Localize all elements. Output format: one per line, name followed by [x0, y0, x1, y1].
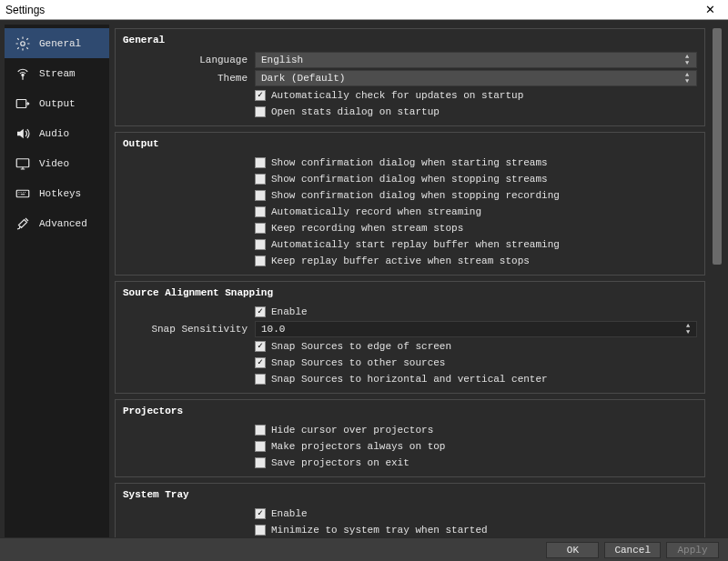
select-value: English	[261, 55, 303, 65]
chevron-updown-icon: ▲▼	[680, 71, 694, 85]
group-title: General	[123, 33, 697, 51]
check-label: Automatically record when streaming	[271, 206, 481, 217]
check-snapping-enable[interactable]: ✓Enable	[255, 305, 308, 319]
check-label: Snap Sources to edge of screen	[271, 341, 451, 352]
group-title: Source Alignment Snapping	[123, 286, 697, 304]
check-keep-replay[interactable]: ✓Keep replay buffer active when stream s…	[255, 254, 530, 268]
sidebar-item-label: Stream	[39, 68, 76, 79]
check-confirm-start-stream[interactable]: ✓Show confirmation dialog when starting …	[255, 155, 548, 170]
check-label: Enable	[271, 306, 308, 317]
sidebar: General Stream Output Audio Video Hotkey…	[5, 25, 109, 537]
sidebar-item-label: Hotkeys	[39, 188, 81, 199]
group-projectors: Projectors ✓Hide cursor over projectors …	[115, 399, 705, 477]
content: General Stream Output Audio Video Hotkey…	[0, 20, 728, 537]
check-label: Show confirmation dialog when starting s…	[271, 157, 548, 168]
check-label: Keep recording when stream stops	[271, 223, 463, 234]
svg-rect-3	[16, 158, 29, 166]
chevron-updown-icon: ▲▼	[680, 53, 694, 67]
gear-icon	[14, 35, 32, 53]
sidebar-item-label: Output	[39, 98, 76, 109]
select-value: Dark (Default)	[261, 73, 345, 84]
language-select[interactable]: English ▲▼	[255, 52, 697, 68]
footer: OK Cancel Apply	[0, 537, 728, 561]
check-label: Minimize to system tray when started	[271, 525, 488, 536]
close-button[interactable]: ✕	[697, 3, 723, 16]
check-label: Snap Sources to other sources	[271, 357, 445, 368]
check-open-stats[interactable]: ✓Open stats dialog on startup	[255, 105, 440, 119]
check-label: Hide cursor over projectors	[271, 425, 433, 436]
spinbox-value: 10.0	[261, 324, 285, 335]
tools-icon	[14, 215, 32, 233]
group-title: System Tray	[123, 487, 697, 506]
antenna-icon	[14, 65, 32, 83]
check-label: Automatically start replay buffer when s…	[271, 239, 560, 250]
check-hide-cursor[interactable]: ✓Hide cursor over projectors	[255, 423, 433, 437]
sidebar-item-stream[interactable]: Stream	[5, 58, 109, 88]
check-minimize-start[interactable]: ✓Minimize to system tray when started	[255, 523, 488, 537]
language-label: Language	[123, 55, 255, 65]
check-confirm-stop-stream[interactable]: ✓Show confirmation dialog when stopping …	[255, 172, 548, 186]
speaker-icon	[14, 125, 32, 143]
sidebar-item-general[interactable]: General	[5, 28, 109, 58]
check-snap-sources[interactable]: ✓Snap Sources to other sources	[255, 356, 445, 370]
snap-sensitivity-input[interactable]: 10.0 ▲▼	[255, 321, 697, 337]
window-title: Settings	[5, 4, 45, 16]
cancel-button[interactable]: Cancel	[604, 542, 661, 558]
check-label: Show confirmation dialog when stopping s…	[271, 174, 548, 185]
monitor-icon	[14, 155, 32, 173]
main-panel: General Language English ▲▼ Theme Dark	[109, 25, 723, 537]
check-auto-update[interactable]: ✓Automatically check for updates on star…	[255, 88, 523, 103]
sidebar-item-label: Audio	[39, 128, 69, 139]
check-confirm-stop-recording[interactable]: ✓Show confirmation dialog when stopping …	[255, 188, 560, 203]
output-icon	[14, 95, 32, 113]
check-label: Open stats dialog on startup	[271, 106, 440, 117]
check-snap-center[interactable]: ✓Snap Sources to horizontal and vertical…	[255, 372, 548, 386]
sidebar-item-label: Advanced	[39, 218, 87, 229]
check-always-top[interactable]: ✓Make projectors always on top	[255, 439, 445, 454]
snap-sensitivity-label: Snap Sensitivity	[123, 324, 255, 335]
sidebar-item-label: General	[39, 38, 81, 49]
svg-point-0	[21, 41, 25, 45]
sidebar-item-video[interactable]: Video	[5, 148, 109, 178]
group-snapping: Source Alignment Snapping ✓Enable Snap S…	[115, 281, 705, 394]
sidebar-item-hotkeys[interactable]: Hotkeys	[5, 178, 109, 208]
sidebar-item-advanced[interactable]: Advanced	[5, 208, 109, 238]
check-label: Enable	[271, 508, 308, 519]
spinner-icon[interactable]: ▲▼	[682, 322, 694, 336]
check-label: Make projectors always on top	[271, 441, 445, 452]
group-system-tray: System Tray ✓Enable ✓Minimize to system …	[115, 483, 705, 537]
check-label: Show confirmation dialog when stopping r…	[271, 190, 560, 201]
svg-rect-4	[16, 190, 29, 197]
check-keep-recording[interactable]: ✓Keep recording when stream stops	[255, 221, 463, 235]
sidebar-item-output[interactable]: Output	[5, 88, 109, 118]
group-output: Output ✓Show confirmation dialog when st…	[115, 132, 705, 275]
check-snap-edge[interactable]: ✓Snap Sources to edge of screen	[255, 339, 451, 354]
sidebar-item-audio[interactable]: Audio	[5, 118, 109, 148]
check-systray-enable[interactable]: ✓Enable	[255, 506, 308, 521]
svg-rect-2	[16, 99, 26, 107]
settings-scroll-area: General Language English ▲▼ Theme Dark	[109, 25, 711, 537]
keyboard-icon	[14, 185, 32, 203]
check-save-projectors[interactable]: ✓Save projectors on exit	[255, 456, 410, 470]
theme-label: Theme	[123, 73, 255, 84]
check-auto-replay[interactable]: ✓Automatically start replay buffer when …	[255, 237, 560, 252]
group-general: General Language English ▲▼ Theme Dark	[115, 28, 705, 126]
scrollbar[interactable]	[711, 25, 723, 537]
titlebar: Settings ✕	[0, 0, 728, 20]
apply-button[interactable]: Apply	[666, 542, 719, 558]
group-title: Projectors	[123, 404, 697, 422]
ok-button[interactable]: OK	[546, 542, 599, 558]
sidebar-item-label: Video	[39, 158, 69, 169]
check-label: Snap Sources to horizontal and vertical …	[271, 374, 548, 385]
check-label: Automatically check for updates on start…	[271, 90, 523, 101]
check-auto-record[interactable]: ✓Automatically record when streaming	[255, 205, 481, 219]
scrollbar-thumb[interactable]	[713, 28, 722, 265]
group-title: Output	[123, 136, 697, 155]
theme-select[interactable]: Dark (Default) ▲▼	[255, 70, 697, 86]
check-label: Save projectors on exit	[271, 457, 410, 468]
check-label: Keep replay buffer active when stream st…	[271, 255, 530, 266]
